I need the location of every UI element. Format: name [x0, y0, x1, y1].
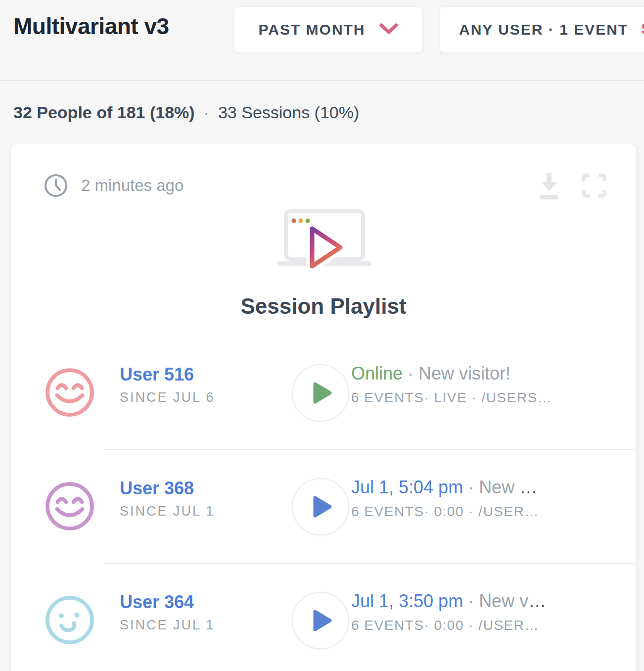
smirk-face-avatar-icon	[45, 595, 95, 645]
chevron-down-icon	[379, 23, 398, 37]
happy-face-avatar-icon	[45, 481, 95, 531]
session-meta: 6 EVENTS· 0:00 · /USER…	[351, 618, 546, 633]
status-note: New visitor!	[418, 363, 510, 383]
session-status: Jul 1, 5:04 pm·New … 6 EVENTS· 0:00 · /U…	[351, 477, 539, 520]
card-title: Session Playlist	[11, 294, 636, 319]
summary-stats: 32 People of 181 (18%) · 33 Sessions (10…	[13, 98, 359, 127]
user-link[interactable]: User 368	[120, 478, 215, 499]
session-player-illustration-icon	[277, 209, 371, 274]
session-meta: 6 EVENTS· 0:00 · /USER…	[351, 504, 539, 520]
since-label: SINCE JUL 6	[120, 390, 215, 405]
happy-face-avatar-icon	[45, 367, 95, 418]
fullscreen-icon[interactable]	[582, 173, 606, 200]
clock-icon	[44, 173, 68, 200]
session-timestamp: Jul 1, 5:04 pm	[351, 477, 463, 497]
play-session-button[interactable]	[292, 478, 349, 535]
play-session-button[interactable]	[292, 364, 349, 422]
user-link[interactable]: User 516	[120, 364, 215, 385]
clipped-pink-text: S	[641, 20, 644, 38]
filter-label: ANY USER · 1 EVENT	[459, 21, 628, 38]
page-title: Multivariant v3	[13, 13, 169, 40]
user-event-filter-button[interactable]: ANY USER · 1 EVENT S	[439, 6, 644, 53]
since-label: SINCE JUL 1	[120, 504, 215, 519]
status-online: Online	[351, 363, 403, 383]
play-session-button[interactable]	[292, 592, 349, 649]
date-range-label: PAST MONTH	[258, 21, 365, 38]
user-link[interactable]: User 364	[120, 592, 215, 613]
session-timestamp: Jul 1, 3:50 pm	[351, 591, 463, 611]
sessions-count: 33 Sessions (10%)	[218, 103, 359, 122]
session-row: User 364 SINCE JUL 1 Jul 1, 3:50 pm·New …	[11, 564, 636, 671]
status-note: New	[479, 477, 519, 497]
session-meta: 6 EVENTS· LIVE · /USERS…	[351, 390, 552, 406]
report-page: Multivariant v3 PAST MONTH ANY USER · 1 …	[0, 0, 644, 671]
session-playlist-card: 2 minutes ago	[10, 143, 637, 671]
people-count: 32 People of 181 (18%)	[13, 103, 195, 122]
status-note: New v	[479, 591, 528, 611]
download-icon[interactable]	[536, 171, 562, 202]
date-range-button[interactable]: PAST MONTH	[233, 6, 423, 53]
row-divider	[104, 449, 635, 450]
last-updated-text: 2 minutes ago	[81, 173, 184, 198]
session-row: User 516 SINCE JUL 6 Online·New visitor!…	[11, 336, 636, 450]
stats-separator: ·	[204, 103, 209, 122]
session-status: Jul 1, 3:50 pm·New v… 6 EVENTS· 0:00 · /…	[351, 591, 546, 633]
since-label: SINCE JUL 1	[120, 618, 215, 633]
session-status: Online·New visitor! 6 EVENTS· LIVE · /US…	[351, 363, 552, 406]
row-divider	[104, 563, 635, 564]
session-row: User 368 SINCE JUL 1 Jul 1, 5:04 pm·New …	[11, 450, 636, 564]
header-divider	[0, 80, 644, 81]
